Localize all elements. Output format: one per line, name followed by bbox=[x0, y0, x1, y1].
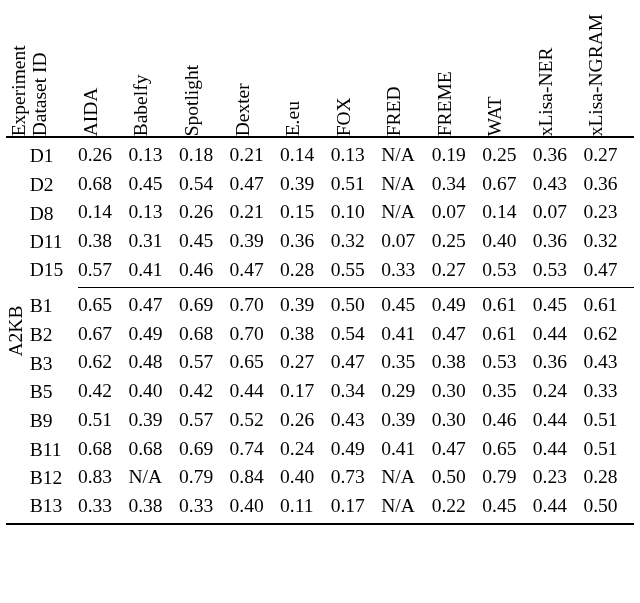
header-col-9: xLisa-NER bbox=[533, 8, 584, 137]
value-cell: 0.57 bbox=[78, 256, 129, 288]
value-cell: 0.68 bbox=[78, 434, 129, 463]
value-cell: 0.33 bbox=[78, 492, 129, 525]
value-cell: 0.47 bbox=[230, 170, 281, 199]
value-cell: 0.35 bbox=[482, 377, 533, 406]
value-cell: 0.23 bbox=[583, 198, 634, 227]
value-cell: 0.40 bbox=[230, 492, 281, 525]
header-col-6: FRED bbox=[381, 8, 432, 137]
value-cell: 0.44 bbox=[533, 406, 584, 435]
header-dataset-id: Dataset ID bbox=[27, 8, 78, 137]
value-cell: 0.61 bbox=[482, 288, 533, 320]
value-cell: 0.83 bbox=[78, 463, 129, 492]
value-cell: 0.44 bbox=[533, 320, 584, 349]
value-cell: 0.44 bbox=[230, 377, 281, 406]
value-cell: 0.57 bbox=[179, 348, 230, 377]
value-cell: 0.36 bbox=[533, 348, 584, 377]
value-cell: 0.36 bbox=[533, 227, 584, 256]
value-cell: 0.52 bbox=[230, 406, 281, 435]
value-cell: 0.28 bbox=[583, 463, 634, 492]
table-row: B120.83N/A0.790.840.400.73N/A0.500.790.2… bbox=[6, 463, 634, 492]
header-col-label: AIDA bbox=[78, 87, 104, 136]
value-cell: 0.51 bbox=[583, 406, 634, 435]
value-cell: 0.46 bbox=[482, 406, 533, 435]
header-col-3: Dexter bbox=[230, 8, 281, 137]
value-cell: 0.27 bbox=[280, 348, 331, 377]
value-cell: N/A bbox=[128, 463, 179, 492]
value-cell: 0.27 bbox=[432, 256, 483, 288]
dataset-id-cell: B9 bbox=[27, 406, 78, 435]
value-cell: 0.35 bbox=[381, 348, 432, 377]
header-col-1: Babelfy bbox=[128, 8, 179, 137]
dataset-id-cell: D11 bbox=[27, 227, 78, 256]
dataset-id-cell: B2 bbox=[27, 320, 78, 349]
value-cell: 0.07 bbox=[381, 227, 432, 256]
header-dataset-id-label: Dataset ID bbox=[27, 52, 53, 136]
dataset-id-cell: D15 bbox=[27, 256, 78, 288]
value-cell: 0.43 bbox=[331, 406, 382, 435]
table-row: D110.380.310.450.390.360.320.070.250.400… bbox=[6, 227, 634, 256]
table-row: B50.420.400.420.440.170.340.290.300.350.… bbox=[6, 377, 634, 406]
value-cell: 0.49 bbox=[432, 288, 483, 320]
value-cell: 0.27 bbox=[583, 138, 634, 170]
value-cell: 0.70 bbox=[230, 320, 281, 349]
value-cell: 0.17 bbox=[331, 492, 382, 525]
table-row: B30.620.480.570.650.270.470.350.380.530.… bbox=[6, 348, 634, 377]
value-cell: 0.53 bbox=[482, 348, 533, 377]
value-cell: 0.15 bbox=[280, 198, 331, 227]
header-col-0: AIDA bbox=[78, 8, 129, 137]
table-row: D20.680.450.540.470.390.51N/A0.340.670.4… bbox=[6, 170, 634, 199]
value-cell: 0.39 bbox=[280, 170, 331, 199]
value-cell: 0.34 bbox=[331, 377, 382, 406]
header-experiment: Experiment bbox=[6, 8, 27, 137]
header-col-label: FREME bbox=[432, 71, 458, 136]
value-cell: 0.51 bbox=[78, 406, 129, 435]
dataset-id-cell: D1 bbox=[27, 138, 78, 170]
table-row: D150.570.410.460.470.280.550.330.270.530… bbox=[6, 256, 634, 288]
value-cell: 0.34 bbox=[432, 170, 483, 199]
value-cell: 0.42 bbox=[78, 377, 129, 406]
value-cell: 0.36 bbox=[583, 170, 634, 199]
bottom-rule bbox=[6, 524, 634, 525]
value-cell: 0.51 bbox=[331, 170, 382, 199]
value-cell: 0.55 bbox=[331, 256, 382, 288]
value-cell: 0.18 bbox=[179, 138, 230, 170]
header-col-label: WAT bbox=[482, 96, 508, 136]
value-cell: 0.61 bbox=[583, 288, 634, 320]
value-cell: 0.29 bbox=[381, 377, 432, 406]
value-cell: 0.11 bbox=[280, 492, 331, 525]
header-col-label: Babelfy bbox=[128, 74, 154, 136]
value-cell: 0.84 bbox=[230, 463, 281, 492]
value-cell: 0.61 bbox=[482, 320, 533, 349]
value-cell: 0.50 bbox=[432, 463, 483, 492]
value-cell: 0.24 bbox=[280, 434, 331, 463]
value-cell: 0.65 bbox=[230, 348, 281, 377]
value-cell: 0.36 bbox=[280, 227, 331, 256]
value-cell: 0.43 bbox=[533, 170, 584, 199]
value-cell: 0.28 bbox=[280, 256, 331, 288]
value-cell: 0.41 bbox=[128, 256, 179, 288]
value-cell: 0.39 bbox=[128, 406, 179, 435]
header-col-label: xLisa-NGRAM bbox=[583, 14, 609, 136]
value-cell: 0.68 bbox=[128, 434, 179, 463]
value-cell: 0.45 bbox=[128, 170, 179, 199]
value-cell: 0.67 bbox=[482, 170, 533, 199]
value-cell: 0.23 bbox=[533, 463, 584, 492]
value-cell: 0.49 bbox=[128, 320, 179, 349]
value-cell: 0.42 bbox=[179, 377, 230, 406]
value-cell: 0.40 bbox=[482, 227, 533, 256]
value-cell: 0.21 bbox=[230, 138, 281, 170]
value-cell: 0.51 bbox=[583, 434, 634, 463]
value-cell: 0.62 bbox=[78, 348, 129, 377]
table-row: B20.670.490.680.700.380.540.410.470.610.… bbox=[6, 320, 634, 349]
value-cell: 0.26 bbox=[78, 138, 129, 170]
value-cell: 0.45 bbox=[381, 288, 432, 320]
value-cell: N/A bbox=[381, 170, 432, 199]
value-cell: 0.38 bbox=[432, 348, 483, 377]
dataset-id-cell: B3 bbox=[27, 348, 78, 377]
header-col-label: E.eu bbox=[280, 101, 306, 136]
table-row: D80.140.130.260.210.150.10N/A0.070.140.0… bbox=[6, 198, 634, 227]
value-cell: 0.14 bbox=[482, 198, 533, 227]
value-cell: 0.50 bbox=[331, 288, 382, 320]
value-cell: 0.38 bbox=[128, 492, 179, 525]
value-cell: 0.69 bbox=[179, 288, 230, 320]
